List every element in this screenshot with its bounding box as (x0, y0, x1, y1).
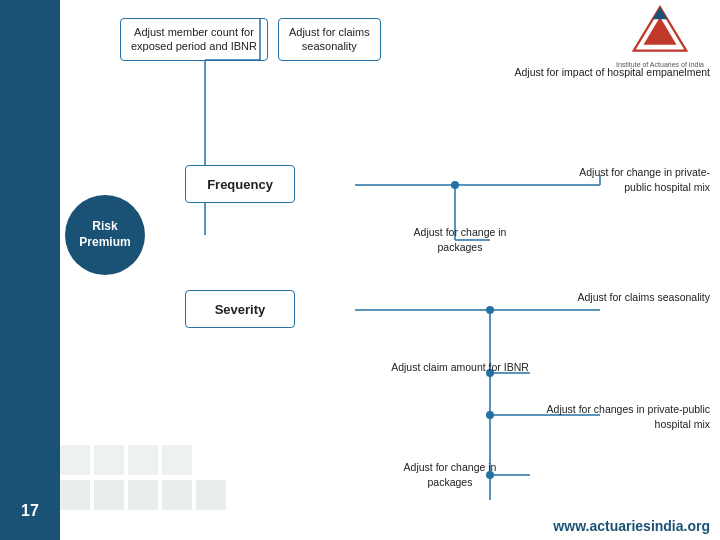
grid-sq-d (162, 445, 192, 475)
frequency-box: Frequency (185, 165, 295, 203)
sidebar: 17 (0, 0, 60, 540)
website-text: www.actuariesindia.org (553, 518, 710, 534)
sev-claims-season-label: Adjust for claims seasonality (570, 290, 710, 305)
decorative-grid (60, 480, 226, 510)
svg-marker-2 (653, 7, 668, 19)
svg-point-19 (486, 411, 494, 419)
sev-ibnr-label: Adjust claim amount for IBNR (390, 360, 530, 375)
page-number: 17 (21, 502, 39, 520)
grid-sq-c (128, 445, 158, 475)
adjust-claims-season-box: Adjust for claimsseasonality (278, 18, 381, 61)
svg-point-14 (486, 306, 494, 314)
sev-hospital-mix-label: Adjust for changes in private-public hos… (535, 402, 710, 431)
grid-sq-a (60, 445, 90, 475)
svg-point-10 (451, 181, 459, 189)
grid-sq-5 (196, 480, 226, 510)
grid-sq-b (94, 445, 124, 475)
grid-sq-3 (128, 480, 158, 510)
svg-marker-1 (644, 17, 677, 45)
adjust-member-box: Adjust member count forexposed period an… (120, 18, 268, 61)
top-boxes-row: Adjust member count forexposed period an… (120, 18, 381, 61)
severity-box: Severity (185, 290, 295, 328)
sev-packages-label: Adjust for change in packages (380, 460, 520, 489)
grid-sq-4 (162, 480, 192, 510)
logo-area: Institute of Actuaries of India (610, 5, 710, 68)
logo-icon (630, 5, 690, 55)
impact-box: Adjust for impact of hospital empanelmen… (514, 65, 710, 80)
freq-packages-label: Adjust for change in packages (390, 225, 530, 254)
grid-sq-2 (94, 480, 124, 510)
risk-premium-circle: Risk Premium (65, 195, 145, 275)
freq-hospital-mix-label: Adjust for change in private-public hosp… (555, 165, 710, 194)
grid-sq-1 (60, 480, 90, 510)
decorative-grid-2 (60, 445, 192, 475)
